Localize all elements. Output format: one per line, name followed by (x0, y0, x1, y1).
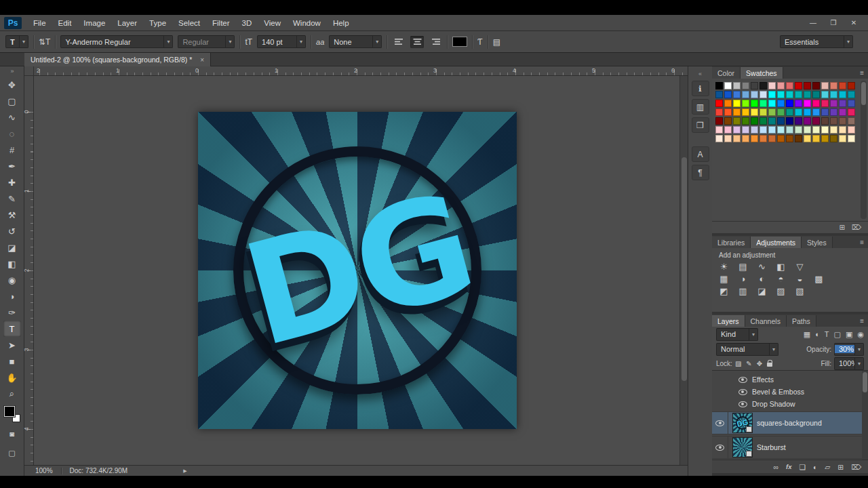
filter-pixel-layers-icon[interactable]: ▦ (804, 330, 810, 339)
color-swatch[interactable] (760, 91, 767, 98)
layer-row-starburst[interactable]: Starburst (712, 436, 868, 459)
warp-text-icon[interactable]: Ƭ (477, 37, 482, 47)
color-swatch[interactable] (821, 135, 829, 142)
history-brush-tool[interactable]: ↺ (3, 223, 21, 239)
adjustment-channel-mixer-icon[interactable]: ◒ (795, 274, 805, 284)
swatches-scrollbar[interactable] (861, 81, 867, 219)
color-swatch[interactable] (786, 135, 793, 142)
info-panel-icon[interactable]: ℹ (692, 81, 709, 96)
color-swatch[interactable] (786, 117, 793, 125)
visibility-toggle[interactable] (736, 377, 749, 383)
color-swatch[interactable] (733, 82, 741, 89)
adjustment-curves-icon[interactable]: ∿ (757, 262, 767, 272)
adjustment-photo-filter-icon[interactable]: ◓ (776, 274, 786, 284)
color-swatch[interactable] (848, 117, 855, 125)
adjustment-selective-color-icon[interactable]: ▧ (795, 286, 805, 296)
color-swatch[interactable] (839, 117, 846, 125)
color-swatch[interactable] (804, 91, 811, 98)
color-swatch[interactable] (795, 82, 802, 89)
color-swatch[interactable] (751, 135, 758, 142)
color-swatch[interactable] (733, 91, 741, 98)
color-swatch[interactable] (830, 100, 837, 107)
horizontal-type-tool[interactable]: T (3, 321, 21, 337)
new-adjustment-layer-icon[interactable]: ◐ (813, 463, 817, 471)
toolbar-chevrons-icon[interactable]: » (10, 66, 13, 77)
color-swatch[interactable] (830, 108, 837, 116)
delete-swatch-button[interactable]: ⌦ (852, 224, 861, 231)
color-swatch[interactable] (777, 108, 785, 116)
color-swatch[interactable] (795, 135, 802, 142)
color-swatch[interactable] (804, 126, 811, 134)
color-swatch[interactable] (821, 91, 829, 98)
new-swatch-button[interactable]: ⊞ (839, 224, 844, 231)
restore-button[interactable]: ❐ (829, 19, 838, 26)
color-swatch[interactable] (821, 100, 829, 107)
font-size-select[interactable]: 140 pt ▾ (257, 35, 306, 48)
color-swatch[interactable] (804, 108, 811, 116)
menu-file[interactable]: File (27, 15, 52, 31)
paragraph-panel-icon[interactable]: ¶ (692, 165, 709, 180)
color-swatch[interactable] (848, 100, 855, 107)
color-swatch[interactable] (804, 117, 811, 125)
color-swatch[interactable] (715, 82, 723, 89)
color-swatch[interactable] (715, 100, 723, 107)
panel-menu-icon[interactable]: ≡ (860, 69, 868, 79)
color-swatch[interactable] (821, 126, 829, 134)
filter-smart-objects-icon[interactable]: ▣ (846, 330, 852, 339)
visibility-toggle[interactable] (736, 389, 749, 395)
lock-all-icon[interactable] (767, 363, 772, 367)
eyedropper-tool[interactable]: ✒ (3, 158, 21, 174)
tab-channels[interactable]: Channels (745, 315, 787, 327)
character-panel-icon[interactable]: A (692, 146, 709, 162)
color-swatch[interactable] (839, 135, 846, 142)
histogram-panel-icon[interactable]: ▥ (692, 99, 709, 115)
color-swatch[interactable] (848, 82, 855, 89)
color-swatch[interactable] (804, 100, 811, 107)
tab-paths[interactable]: Paths (787, 315, 816, 327)
adjustment-exposure-icon[interactable]: ◧ (776, 262, 786, 272)
color-swatch[interactable] (848, 108, 855, 116)
color-swatch[interactable] (733, 135, 741, 142)
effect-row-bevel-emboss[interactable]: Bevel & Emboss (712, 386, 868, 398)
color-swatch[interactable] (786, 108, 793, 116)
color-swatch[interactable] (839, 126, 846, 134)
menu-filter[interactable]: Filter (206, 15, 236, 31)
adjustment-color-balance-icon[interactable]: ◑ (738, 274, 748, 284)
color-swatch[interactable] (724, 82, 732, 89)
color-swatch[interactable] (812, 108, 820, 116)
tab-color[interactable]: Color (712, 67, 741, 79)
quick-selection-tool[interactable]: ◌ (3, 125, 21, 142)
color-swatch[interactable] (786, 100, 793, 107)
adjustment-black-white-icon[interactable]: ◐ (757, 274, 767, 284)
color-swatch[interactable] (804, 135, 811, 142)
color-swatch[interactable] (751, 126, 758, 134)
color-swatch[interactable] (760, 108, 767, 116)
align-center-icon[interactable] (410, 36, 424, 48)
quick-mask-mode-icon[interactable]: ◙ (3, 426, 21, 442)
color-swatch[interactable] (724, 100, 732, 107)
minimize-button[interactable]: — (808, 19, 818, 26)
color-swatch[interactable] (742, 117, 749, 125)
color-swatch[interactable] (724, 135, 732, 142)
color-swatch[interactable] (733, 117, 741, 125)
color-swatch[interactable] (812, 117, 820, 125)
color-swatch[interactable] (742, 126, 749, 134)
scrollbar-thumb[interactable] (682, 157, 687, 381)
clone-stamp-tool[interactable]: ⚒ (3, 207, 21, 223)
hand-tool[interactable]: ✋ (3, 369, 21, 386)
color-swatch[interactable] (768, 91, 776, 98)
tab-libraries[interactable]: Libraries (712, 237, 751, 248)
color-swatch[interactable] (795, 117, 802, 125)
rectangle-tool[interactable]: ■ (3, 353, 21, 369)
menu-help[interactable]: Help (327, 15, 355, 31)
lock-image-pixels-icon[interactable]: ✎ (746, 360, 751, 367)
color-swatch[interactable] (742, 91, 749, 98)
new-group-icon[interactable]: ▱ (825, 463, 830, 471)
menu-view[interactable]: View (258, 15, 287, 31)
text-color-swatch[interactable] (452, 37, 467, 47)
foreground-color-chip[interactable] (4, 406, 15, 417)
path-selection-tool[interactable]: ➤ (3, 337, 21, 353)
tab-styles[interactable]: Styles (802, 237, 833, 248)
adjustment-posterize-icon[interactable]: ▥ (738, 286, 748, 296)
horizontal-ruler[interactable]: 210123456 (34, 66, 688, 76)
